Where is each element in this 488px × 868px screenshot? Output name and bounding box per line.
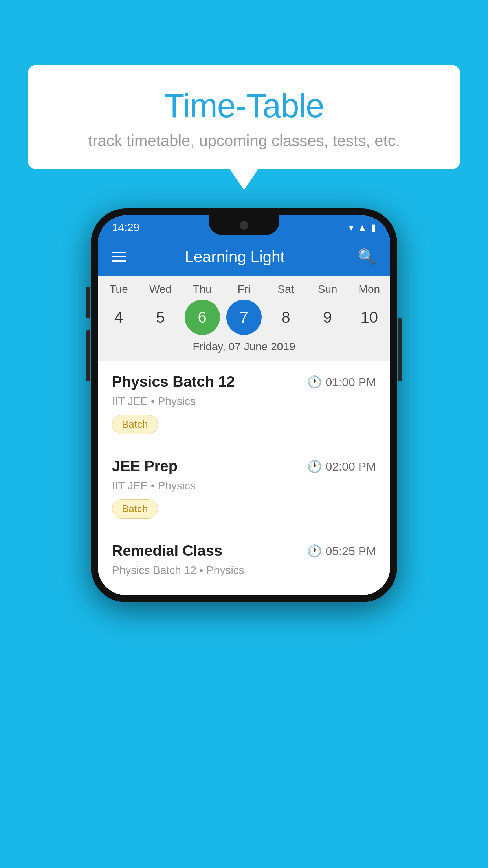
date-5[interactable]: 5 <box>143 300 178 335</box>
phone-outer: 14:29 ▾ ▲ ▮ Learning Light 🔍 <box>91 208 397 602</box>
schedule-item-1-title: Physics Batch 12 <box>112 373 235 390</box>
day-label-tue: Tue <box>101 283 136 296</box>
menu-button[interactable] <box>112 252 126 262</box>
schedule-item-1[interactable]: Physics Batch 12 🕐 01:00 PM IIT JEE • Ph… <box>98 361 390 445</box>
schedule-item-3-time: 🕐 05:25 PM <box>307 544 376 558</box>
clock-icon-2: 🕐 <box>307 460 322 473</box>
schedule-item-3-title: Remedial Class <box>112 542 222 559</box>
app-title: Learning Light <box>138 248 346 266</box>
signal-icon: ▲ <box>358 222 367 233</box>
date-10[interactable]: 10 <box>352 300 387 335</box>
volume-up-button <box>86 287 90 318</box>
schedule-item-3-header: Remedial Class 🕐 05:25 PM <box>112 542 376 559</box>
schedule-item-1-time: 🕐 01:00 PM <box>307 375 376 389</box>
phone-notch <box>209 215 279 235</box>
day-label-sun: Sun <box>310 283 345 296</box>
speech-bubble: Time-Table track timetable, upcoming cla… <box>28 65 460 169</box>
clock-icon-3: 🕐 <box>307 544 322 558</box>
day-label-sat: Sat <box>268 283 303 296</box>
schedule-list: Physics Batch 12 🕐 01:00 PM IIT JEE • Ph… <box>98 361 390 595</box>
day-label-thu: Thu <box>185 283 220 296</box>
hamburger-line <box>112 260 126 262</box>
day-label-fri: Fri <box>226 283 262 296</box>
schedule-item-2[interactable]: JEE Prep 🕐 02:00 PM IIT JEE • Physics Ba… <box>98 445 390 530</box>
volume-down-button <box>86 330 90 381</box>
clock-icon-1: 🕐 <box>307 375 322 389</box>
front-camera <box>240 221 248 230</box>
schedule-item-1-subtitle: IIT JEE • Physics <box>112 395 376 408</box>
day-label-wed: Wed <box>143 283 178 296</box>
date-8[interactable]: 8 <box>268 300 303 335</box>
status-icons: ▾ ▲ ▮ <box>349 222 376 233</box>
bubble-subtitle: track timetable, upcoming classes, tests… <box>47 132 441 150</box>
app-bar: Learning Light 🔍 <box>98 237 390 276</box>
schedule-item-2-tag: Batch <box>112 499 158 519</box>
date-6-today[interactable]: 6 <box>185 300 220 335</box>
schedule-item-3-time-value: 05:25 PM <box>326 544 376 558</box>
schedule-item-2-subtitle: IIT JEE • Physics <box>112 480 376 492</box>
week-dates-row: 4 5 6 7 8 9 10 <box>98 300 390 335</box>
schedule-item-3-subtitle: Physics Batch 12 • Physics <box>112 564 376 577</box>
schedule-item-2-time: 🕐 02:00 PM <box>307 460 376 473</box>
phone-mockup: 14:29 ▾ ▲ ▮ Learning Light 🔍 <box>91 208 397 602</box>
schedule-item-3[interactable]: Remedial Class 🕐 05:25 PM Physics Batch … <box>98 530 390 595</box>
date-9[interactable]: 9 <box>310 300 345 335</box>
schedule-item-2-title: JEE Prep <box>112 458 178 475</box>
date-4[interactable]: 4 <box>101 300 136 335</box>
schedule-item-1-tag: Batch <box>112 415 158 434</box>
day-label-mon: Mon <box>352 283 387 296</box>
status-time: 14:29 <box>112 221 139 234</box>
schedule-item-1-time-value: 01:00 PM <box>326 375 376 389</box>
wifi-icon: ▾ <box>349 222 354 233</box>
week-days-row: Tue Wed Thu Fri Sat Sun Mon <box>98 283 390 296</box>
hamburger-line <box>112 256 126 257</box>
phone-screen: 14:29 ▾ ▲ ▮ Learning Light 🔍 <box>98 215 390 595</box>
schedule-item-1-header: Physics Batch 12 🕐 01:00 PM <box>112 373 376 390</box>
hamburger-line <box>112 252 126 253</box>
schedule-item-2-header: JEE Prep 🕐 02:00 PM <box>112 458 376 475</box>
battery-icon: ▮ <box>371 222 376 233</box>
calendar-strip: Tue Wed Thu Fri Sat Sun Mon 4 5 6 7 8 9 … <box>98 276 390 361</box>
selected-date-label: Friday, 07 June 2019 <box>98 340 390 356</box>
search-icon[interactable]: 🔍 <box>358 248 376 265</box>
date-7-selected[interactable]: 7 <box>226 300 262 335</box>
schedule-item-2-time-value: 02:00 PM <box>326 460 376 473</box>
bubble-title: Time-Table <box>47 86 441 125</box>
power-button <box>398 318 402 381</box>
